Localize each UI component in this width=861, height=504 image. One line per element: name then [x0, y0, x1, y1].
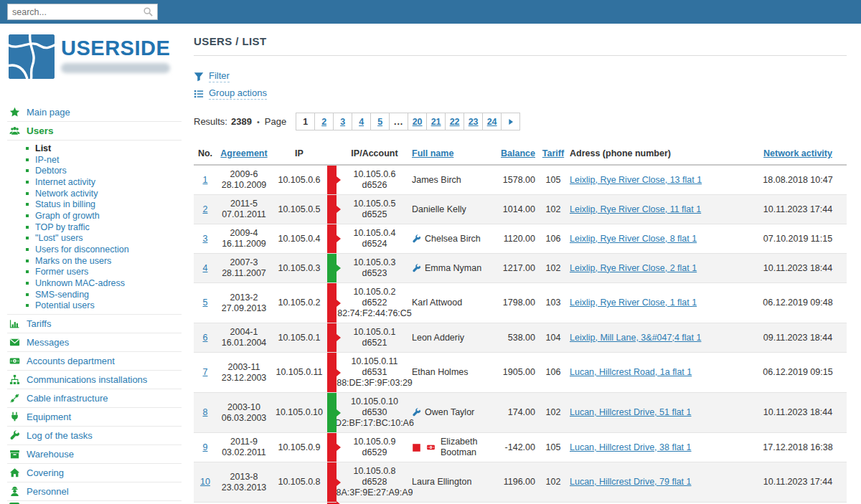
page-link-label[interactable]: 21 — [431, 117, 441, 127]
group-actions-link[interactable]: Group actions — [209, 87, 267, 100]
submenu-item-label[interactable]: Former users — [35, 267, 88, 277]
logo[interactable] — [9, 34, 55, 79]
row-number-link[interactable]: 8 — [203, 407, 208, 418]
row-number-link[interactable]: 6 — [203, 333, 208, 343]
sidebar-item-users[interactable]: Users — [0, 122, 190, 140]
column-header-label[interactable]: Tariff — [542, 148, 564, 158]
submenu-item-label[interactable]: Debtors — [35, 166, 67, 176]
page-link-label[interactable]: 5 — [377, 117, 382, 127]
page-link-label[interactable]: 2 — [321, 117, 326, 127]
sidebar-item-label[interactable]: Messages — [27, 337, 69, 348]
sidebar-item-cable-infrastructure[interactable]: Cable infrastructure — [0, 389, 190, 407]
search-input[interactable] — [8, 7, 143, 17]
sidebar-item-label[interactable]: Tariffs — [27, 318, 51, 329]
filter-toggle[interactable]: Filter — [194, 70, 847, 82]
submenu-item-ip-net[interactable]: IP-net — [0, 154, 190, 166]
address-link[interactable]: Leixlip, Rye River Close, 11 flat 1 — [570, 204, 701, 215]
submenu-item-label[interactable]: Marks on the users — [35, 256, 111, 266]
sidebar-item-label[interactable]: Personnel — [27, 486, 69, 497]
sidebar-item-equipment[interactable]: Equipment — [0, 408, 190, 426]
submenu-item-marks-on-the-users[interactable]: Marks on the users — [0, 255, 190, 267]
page-link-2[interactable]: 2 — [314, 113, 334, 130]
page-link-label[interactable]: 20 — [413, 117, 423, 127]
sidebar-item-log-of-the-tasks[interactable]: Log of the tasks — [0, 427, 190, 444]
submenu-item-graph-of-growth[interactable]: Graph of growth — [0, 210, 190, 222]
sidebar-item-label[interactable]: Cable infrastructure — [27, 393, 108, 404]
address-link[interactable]: Leixlip, Rye River Close, 1 flat 1 — [570, 298, 697, 308]
sidebar-item-accounts-department[interactable]: Accounts department — [0, 352, 190, 370]
sidebar-item-main-page[interactable]: Main page — [0, 103, 190, 121]
column-header-label[interactable]: Agreement — [217, 148, 271, 158]
row-number-link[interactable]: 3 — [203, 234, 208, 244]
submenu-item-label[interactable]: List — [35, 143, 51, 153]
row-number-link[interactable]: 10 — [200, 477, 210, 488]
address-link[interactable]: Leixlip, Rye River Close, 2 flat 1 — [570, 263, 697, 274]
submenu-item-network-activity[interactable]: Network activity — [0, 188, 190, 199]
submenu-item-list[interactable]: List — [0, 143, 190, 154]
page-link-22[interactable]: 22 — [445, 113, 464, 130]
page-link-label[interactable]: 3 — [340, 117, 345, 127]
submenu-item-label[interactable]: Graph of growth — [35, 211, 100, 221]
row-number-link[interactable]: 5 — [203, 298, 208, 308]
sidebar-item-tariffs[interactable]: Tariffs — [0, 315, 190, 333]
sidebar-item-label[interactable]: Log of the tasks — [27, 430, 93, 441]
submenu-item-users-for-disconnection[interactable]: Users for disconnection — [0, 244, 190, 255]
sidebar-item-messages[interactable]: Messages — [0, 333, 190, 351]
filter-link[interactable]: Filter — [209, 70, 230, 82]
address-link[interactable]: Lucan, Hillcrest Drive, 51 flat 1 — [570, 407, 692, 418]
submenu-item-label[interactable]: TOP by traffic — [35, 222, 90, 232]
submenu-item-label[interactable]: IP-net — [35, 155, 59, 165]
submenu-item-lost-users[interactable]: "Lost" users — [0, 233, 190, 244]
column-header-tariff[interactable]: Tariff — [537, 148, 570, 158]
page-link-3[interactable]: 3 — [333, 113, 352, 130]
column-header-agreement[interactable]: Agreement — [217, 148, 271, 158]
search-box[interactable] — [7, 4, 158, 20]
search-icon[interactable] — [143, 6, 154, 17]
row-number-link[interactable]: 9 — [203, 442, 208, 453]
address-link[interactable]: Lucan, Hillcrest Drive, 79 flat 1 — [570, 477, 692, 488]
sidebar-item-label[interactable]: Accounts department — [27, 356, 115, 366]
row-number-link[interactable]: 7 — [203, 367, 208, 378]
page-link-23[interactable]: 23 — [464, 113, 483, 130]
column-header-label[interactable]: Balance — [501, 148, 535, 158]
submenu-item-potential-users[interactable]: Potential users — [0, 300, 190, 312]
submenu-item-label[interactable]: Unknown MAC-adress — [35, 278, 125, 288]
sidebar-item-label[interactable]: Equipment — [27, 412, 71, 422]
page-link-label[interactable]: 22 — [450, 117, 460, 127]
group-actions-toggle[interactable]: Group actions — [194, 87, 847, 100]
sidebar-item-warehouse[interactable]: Warehouse — [0, 445, 190, 463]
submenu-item-label[interactable]: SMS-sending — [35, 290, 89, 300]
submenu-item-label[interactable]: Internet activity — [35, 177, 95, 187]
submenu-item-label[interactable]: Users for disconnection — [35, 244, 129, 255]
submenu-item-top-by-traffic[interactable]: TOP by traffic — [0, 222, 190, 233]
column-header-balance[interactable]: Balance — [498, 148, 537, 158]
submenu-item-debtors[interactable]: Debtors — [0, 165, 190, 176]
row-number-link[interactable]: 2 — [203, 204, 208, 215]
address-link[interactable]: Lucan, Hillcrest Drive, 38 flat 1 — [570, 442, 692, 453]
column-header-full-name[interactable]: Full name — [410, 148, 498, 158]
submenu-item-label[interactable]: Status in billing — [35, 199, 95, 209]
sidebar-item-label[interactable]: Users — [27, 125, 54, 136]
sidebar-item-personnel[interactable]: Personnel — [0, 482, 190, 500]
address-link[interactable]: Leixlip, Rye River Close, 13 flat 1 — [570, 175, 702, 186]
sidebar-item-label[interactable]: Warehouse — [27, 449, 74, 460]
page-link-label[interactable]: 4 — [359, 117, 364, 127]
sidebar-item-label[interactable]: Communications installations — [27, 374, 147, 385]
row-number-link[interactable]: 1 — [203, 175, 208, 186]
address-link[interactable]: Leixlip, Rye River Close, 8 flat 1 — [570, 234, 697, 244]
column-header-network-activity[interactable]: Network activity — [749, 148, 847, 158]
submenu-item-label[interactable]: Network activity — [35, 189, 98, 199]
submenu-item-status-in-billing[interactable]: Status in billing — [0, 199, 190, 210]
page-link-24[interactable]: 24 — [482, 113, 502, 130]
column-header-label[interactable]: Network activity — [763, 148, 832, 158]
submenu-item-unknown-mac-adress[interactable]: Unknown MAC-adress — [0, 277, 190, 289]
address-link[interactable]: Leixlip, Mill Lane, 3&#047;4 flat 1 — [570, 333, 701, 343]
sidebar-item-covering[interactable]: Covering — [0, 464, 190, 482]
submenu-item-former-users[interactable]: Former users — [0, 267, 190, 278]
page-link-21[interactable]: 21 — [426, 113, 446, 130]
submenu-item-label[interactable]: "Lost" users — [35, 233, 83, 243]
page-link-20[interactable]: 20 — [408, 113, 427, 130]
submenu-item-label[interactable]: Potential users — [35, 300, 95, 310]
sidebar-item-label[interactable]: Main page — [27, 107, 70, 118]
submenu-item-sms-sending[interactable]: SMS-sending — [0, 289, 190, 300]
